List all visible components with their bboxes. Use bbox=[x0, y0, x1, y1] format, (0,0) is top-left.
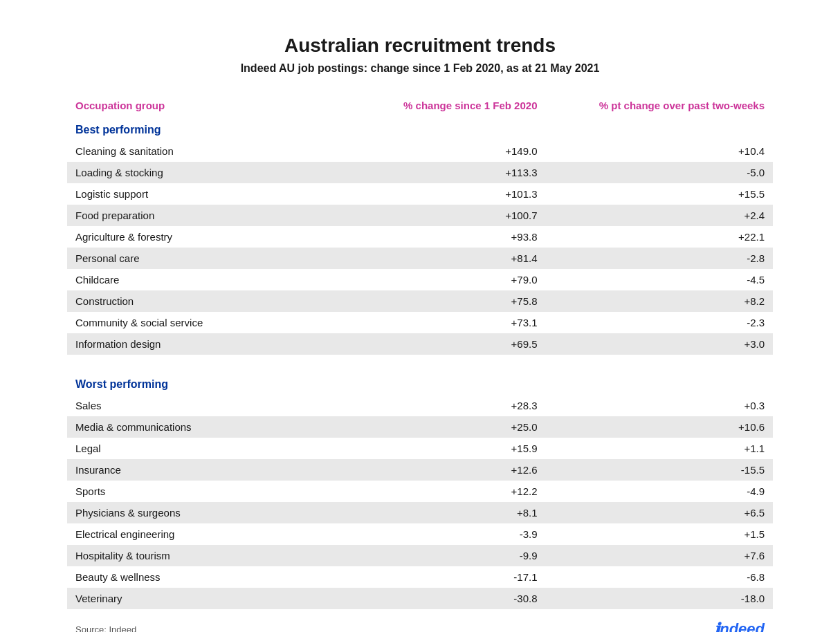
twoweek-value: +22.1 bbox=[579, 226, 774, 248]
occupation-name: Hospitality & tourism bbox=[67, 545, 385, 566]
occupation-name: Loading & stocking bbox=[67, 162, 385, 183]
occupation-name: Food preparation bbox=[67, 205, 385, 226]
occupation-name: Information design bbox=[67, 333, 385, 355]
occupation-name: Cleaning & sanitation bbox=[67, 140, 385, 162]
change-value: +73.1 bbox=[385, 312, 579, 333]
occupation-name: Personal care bbox=[67, 248, 385, 269]
occupation-name: Community & social service bbox=[67, 312, 385, 333]
change-value: +81.4 bbox=[385, 248, 579, 269]
change-value: +149.0 bbox=[385, 140, 579, 162]
twoweek-value: -2.8 bbox=[579, 248, 774, 269]
twoweek-value: +6.5 bbox=[579, 502, 774, 523]
occupation-name: Legal bbox=[67, 438, 385, 459]
twoweek-value: -5.0 bbox=[579, 162, 774, 183]
twoweek-value: +2.4 bbox=[579, 205, 774, 226]
change-value: +101.3 bbox=[385, 183, 579, 205]
occupation-name: Construction bbox=[67, 290, 385, 312]
twoweek-value: +1.1 bbox=[579, 438, 774, 459]
table-row: Legal +15.9 +1.1 bbox=[67, 438, 773, 459]
change-value: +28.3 bbox=[385, 395, 579, 416]
occupation-name: Veterinary bbox=[67, 588, 385, 609]
footer-row: Source: Indeed ℹndeed bbox=[67, 620, 773, 632]
twoweek-value: +0.3 bbox=[579, 395, 774, 416]
occupation-name: Sports bbox=[67, 481, 385, 502]
change-value: +100.7 bbox=[385, 205, 579, 226]
source-text: Source: Indeed bbox=[75, 624, 136, 633]
twoweek-value: -18.0 bbox=[579, 588, 774, 609]
twoweek-value: -6.8 bbox=[579, 566, 774, 588]
table-row: Logistic support +101.3 +15.5 bbox=[67, 183, 773, 205]
change-value: +113.3 bbox=[385, 162, 579, 183]
table-row: Electrical engineering -3.9 +1.5 bbox=[67, 523, 773, 545]
table-row: Media & communications +25.0 +10.6 bbox=[67, 416, 773, 438]
twoweek-value: +3.0 bbox=[579, 333, 774, 355]
occupation-name: Childcare bbox=[67, 269, 385, 290]
change-value: -30.8 bbox=[385, 588, 579, 609]
change-value: +93.8 bbox=[385, 226, 579, 248]
table-row: Sales +28.3 +0.3 bbox=[67, 395, 773, 416]
table-row: Loading & stocking +113.3 -5.0 bbox=[67, 162, 773, 183]
table-row: Agriculture & forestry +93.8 +22.1 bbox=[67, 226, 773, 248]
subtitle: Indeed AU job postings: change since 1 F… bbox=[67, 62, 773, 75]
col1-header: Occupation group bbox=[67, 94, 385, 117]
table-row: Childcare +79.0 -4.5 bbox=[67, 269, 773, 290]
table-header-row: Occupation group % change since 1 Feb 20… bbox=[67, 94, 773, 117]
table-row: Food preparation +100.7 +2.4 bbox=[67, 205, 773, 226]
occupation-name: Insurance bbox=[67, 459, 385, 481]
table-row: Construction +75.8 +8.2 bbox=[67, 290, 773, 312]
twoweek-value: +1.5 bbox=[579, 523, 774, 545]
table-row: Cleaning & sanitation +149.0 +10.4 bbox=[67, 140, 773, 162]
occupation-name: Sales bbox=[67, 395, 385, 416]
table-row: Beauty & wellness -17.1 -6.8 bbox=[67, 566, 773, 588]
change-value: +12.6 bbox=[385, 459, 579, 481]
occupation-name: Beauty & wellness bbox=[67, 566, 385, 588]
twoweek-value: -15.5 bbox=[579, 459, 774, 481]
change-value: -17.1 bbox=[385, 566, 579, 588]
change-value: +8.1 bbox=[385, 502, 579, 523]
table-row: Community & social service +73.1 -2.3 bbox=[67, 312, 773, 333]
twoweek-value: +7.6 bbox=[579, 545, 774, 566]
indeed-logo: ℹndeed bbox=[714, 620, 765, 632]
col3-header: % pt change over past two-weeks bbox=[579, 94, 774, 117]
change-value: +12.2 bbox=[385, 481, 579, 502]
table-row: Sports +12.2 -4.9 bbox=[67, 481, 773, 502]
occupation-name: Media & communications bbox=[67, 416, 385, 438]
table-row: Hospitality & tourism -9.9 +7.6 bbox=[67, 545, 773, 566]
page-container: Australian recruitment trends Indeed AU … bbox=[39, 14, 801, 632]
twoweek-value: +10.6 bbox=[579, 416, 774, 438]
twoweek-value: -4.9 bbox=[579, 481, 774, 502]
table-row: Physicians & surgeons +8.1 +6.5 bbox=[67, 502, 773, 523]
occupation-name: Electrical engineering bbox=[67, 523, 385, 545]
occupation-name: Physicians & surgeons bbox=[67, 502, 385, 523]
main-title: Australian recruitment trends bbox=[67, 35, 773, 57]
data-table: Occupation group % change since 1 Feb 20… bbox=[67, 94, 773, 609]
occupation-name: Logistic support bbox=[67, 183, 385, 205]
change-value: -3.9 bbox=[385, 523, 579, 545]
table-row: Information design +69.5 +3.0 bbox=[67, 333, 773, 355]
twoweek-value: +15.5 bbox=[579, 183, 774, 205]
twoweek-value: -2.3 bbox=[579, 312, 774, 333]
change-value: +75.8 bbox=[385, 290, 579, 312]
table-row: Veterinary -30.8 -18.0 bbox=[67, 588, 773, 609]
spacer-row bbox=[67, 355, 773, 371]
occupation-name: Agriculture & forestry bbox=[67, 226, 385, 248]
change-value: -9.9 bbox=[385, 545, 579, 566]
change-value: +79.0 bbox=[385, 269, 579, 290]
change-value: +69.5 bbox=[385, 333, 579, 355]
col2-header: % change since 1 Feb 2020 bbox=[385, 94, 579, 117]
worst-performing-header: Worst performing bbox=[67, 371, 773, 395]
twoweek-value: +10.4 bbox=[579, 140, 774, 162]
table-row: Insurance +12.6 -15.5 bbox=[67, 459, 773, 481]
twoweek-value: +8.2 bbox=[579, 290, 774, 312]
change-value: +25.0 bbox=[385, 416, 579, 438]
best-performing-header: Best performing bbox=[67, 117, 773, 140]
change-value: +15.9 bbox=[385, 438, 579, 459]
table-row: Personal care +81.4 -2.8 bbox=[67, 248, 773, 269]
twoweek-value: -4.5 bbox=[579, 269, 774, 290]
